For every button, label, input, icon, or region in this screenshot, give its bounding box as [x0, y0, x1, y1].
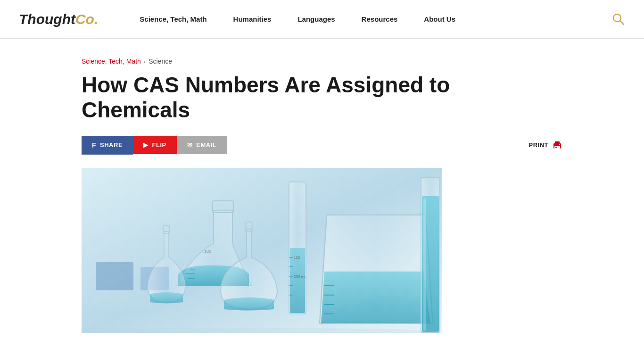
main-nav: Science, Tech, Math Humanities Languages…: [126, 0, 612, 39]
print-label: PRINT: [529, 141, 549, 148]
print-icon: [552, 140, 562, 150]
facebook-icon: f: [92, 141, 96, 149]
svg-point-6: [559, 144, 560, 145]
print-button[interactable]: PRINT: [529, 140, 563, 150]
flip-icon: ▶: [143, 141, 149, 148]
search-button[interactable]: [612, 13, 625, 26]
logo-text-co: Co: [75, 11, 94, 27]
logo[interactable]: ThoughtCo.: [19, 11, 98, 27]
article-content: Science, Tech, Math › Science How CAS Nu…: [63, 39, 581, 333]
email-icon: ✉: [187, 141, 193, 148]
svg-line-1: [620, 21, 624, 25]
share-email-button[interactable]: ✉ EMAIL: [177, 136, 227, 154]
svg-text:100: 100: [204, 249, 211, 254]
svg-text:150: 150: [294, 255, 300, 260]
logo-dot: .: [94, 11, 98, 27]
nav-resources[interactable]: Resources: [348, 0, 411, 39]
share-email-label: EMAIL: [196, 141, 216, 148]
share-bar: f SHARE ▶ FLIP ✉ EMAIL PRINT: [82, 136, 562, 155]
logo-text-thought: Thought: [19, 11, 75, 27]
breadcrumb-parent[interactable]: Science, Tech, Math: [82, 58, 141, 65]
svg-rect-3: [555, 141, 560, 144]
nav-languages[interactable]: Languages: [284, 0, 348, 39]
nav-humanities[interactable]: Humanities: [220, 0, 285, 39]
svg-rect-5: [555, 147, 557, 148]
article-hero-image: 100 200 mL 150: [82, 168, 442, 333]
share-facebook-button[interactable]: f SHARE: [82, 136, 133, 155]
share-flip-label: FLIP: [152, 141, 166, 148]
breadcrumb-separator: ›: [144, 58, 146, 65]
nav-about-us[interactable]: About Us: [411, 0, 469, 39]
search-icon: [612, 13, 625, 26]
svg-rect-10: [96, 262, 133, 290]
svg-rect-33: [423, 198, 426, 330]
site-header: ThoughtCo. Science, Tech, Math Humanitie…: [0, 0, 644, 39]
breadcrumb: Science, Tech, Math › Science: [82, 58, 562, 65]
breadcrumb-current: Science: [149, 58, 172, 65]
share-facebook-label: SHARE: [100, 141, 123, 148]
share-flip-button[interactable]: ▶ FLIP: [133, 136, 177, 154]
svg-text:200 mL: 200 mL: [294, 274, 306, 279]
article-title: How CAS Numbers Are Assigned to Chemical…: [82, 73, 478, 123]
nav-science-tech-math[interactable]: Science, Tech, Math: [126, 0, 220, 39]
